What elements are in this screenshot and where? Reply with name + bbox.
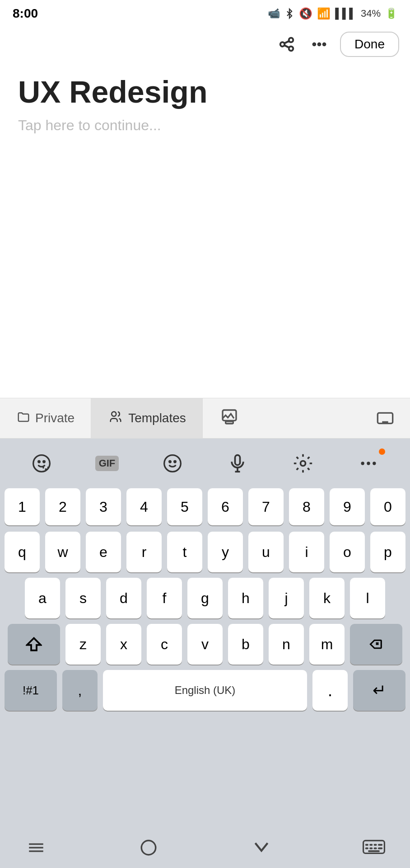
key-f[interactable]: f xyxy=(147,578,182,618)
key-k[interactable]: k xyxy=(309,578,345,618)
key-o[interactable]: o xyxy=(330,532,365,572)
key-z[interactable]: z xyxy=(65,624,101,665)
key-e[interactable]: e xyxy=(86,532,121,572)
key-2[interactable]: 2 xyxy=(45,488,80,525)
key-6[interactable]: 6 xyxy=(208,488,243,525)
key-h[interactable]: h xyxy=(228,578,263,618)
key-i[interactable]: i xyxy=(289,532,324,572)
key-c[interactable]: c xyxy=(147,624,182,665)
svg-point-10 xyxy=(164,455,181,472)
wifi-icon: 📶 xyxy=(317,7,331,20)
return-key[interactable]: ↵ xyxy=(353,670,405,711)
symbols-key[interactable]: !#1 xyxy=(5,670,57,711)
templates-icon xyxy=(107,410,124,427)
more-button[interactable] xyxy=(308,33,331,56)
status-icons: 📹 🔇 📶 ▌▌▌ 34% 🔋 xyxy=(268,7,397,20)
svg-rect-25 xyxy=(142,840,156,855)
tab-private-label: Private xyxy=(35,411,75,425)
key-u[interactable]: u xyxy=(248,532,284,572)
bluetooth-icon xyxy=(284,7,294,20)
key-p[interactable]: p xyxy=(370,532,405,572)
qwerty-row2: a s d f g h j k l xyxy=(0,578,410,618)
mute-icon: 🔇 xyxy=(299,7,312,20)
action-bar: Done xyxy=(0,27,410,61)
battery-icon: 🔋 xyxy=(385,8,397,19)
key-1[interactable]: 1 xyxy=(5,488,40,525)
key-8[interactable]: 8 xyxy=(289,488,324,525)
key-y[interactable]: y xyxy=(208,532,243,572)
key-m[interactable]: m xyxy=(309,624,345,665)
bottom-row: !#1 , English (UK) . ↵ xyxy=(0,670,410,711)
key-d[interactable]: d xyxy=(106,578,141,618)
bottom-nav xyxy=(0,827,410,868)
key-t[interactable]: t xyxy=(167,532,202,572)
key-s[interactable]: s xyxy=(65,578,101,618)
qwerty-row3: z x c v b n m xyxy=(0,624,410,665)
mic-button[interactable] xyxy=(217,446,258,481)
svg-point-1 xyxy=(318,43,321,46)
svg-rect-13 xyxy=(235,455,240,465)
key-9[interactable]: 9 xyxy=(330,488,365,525)
period-key[interactable]: . xyxy=(312,670,348,711)
key-w[interactable]: w xyxy=(45,532,80,572)
note-placeholder: Tap here to continue... xyxy=(18,117,392,134)
key-3[interactable]: 3 xyxy=(86,488,121,525)
back-button[interactable] xyxy=(18,830,54,866)
svg-point-11 xyxy=(169,461,171,463)
emoji-toolbar-row: GIF xyxy=(0,439,410,488)
keyboard: GIF xyxy=(0,439,410,868)
key-g[interactable]: g xyxy=(187,578,223,618)
key-r[interactable]: r xyxy=(126,532,162,572)
key-4[interactable]: 4 xyxy=(126,488,162,525)
gallery-button[interactable] xyxy=(203,398,256,438)
svg-point-2 xyxy=(323,43,326,46)
settings-button[interactable] xyxy=(283,446,323,481)
svg-point-12 xyxy=(174,461,176,463)
more-options-button[interactable] xyxy=(348,446,389,481)
key-5[interactable]: 5 xyxy=(167,488,202,525)
notification-dot xyxy=(379,448,385,455)
space-key[interactable]: English (UK) xyxy=(103,670,307,711)
tab-private[interactable]: Private xyxy=(0,398,91,438)
note-content[interactable]: UX Redesign Tap here to continue... xyxy=(0,61,410,147)
svg-point-9 xyxy=(43,461,45,463)
key-7[interactable]: 7 xyxy=(248,488,284,525)
svg-rect-5 xyxy=(225,421,233,424)
shift-key[interactable] xyxy=(8,624,60,665)
key-x[interactable]: x xyxy=(106,624,141,665)
toolbar-tabs: Private Templates xyxy=(0,398,360,438)
comma-key[interactable]: , xyxy=(62,670,98,711)
recent-button[interactable] xyxy=(243,830,280,866)
key-j[interactable]: j xyxy=(269,578,304,618)
video-icon: 📹 xyxy=(268,8,280,19)
svg-point-0 xyxy=(313,43,316,46)
key-b[interactable]: b xyxy=(228,624,263,665)
home-button[interactable] xyxy=(130,830,167,866)
sticker-button[interactable] xyxy=(21,446,62,481)
note-title: UX Redesign xyxy=(18,75,392,109)
qwerty-row1: q w e r t y u i o p xyxy=(0,532,410,572)
svg-point-8 xyxy=(38,461,40,463)
svg-point-7 xyxy=(33,455,50,472)
svg-point-17 xyxy=(361,462,364,465)
key-a[interactable]: a xyxy=(25,578,60,618)
key-q[interactable]: q xyxy=(5,532,40,572)
number-row: 1 2 3 4 5 6 7 8 9 0 xyxy=(0,488,410,525)
tab-templates[interactable]: Templates xyxy=(91,398,203,438)
done-button[interactable]: Done xyxy=(340,32,399,57)
tab-templates-label: Templates xyxy=(128,411,186,425)
share-button[interactable] xyxy=(275,33,298,56)
status-time: 8:00 xyxy=(13,6,38,21)
keyboard-hide-button[interactable] xyxy=(369,402,401,434)
key-v[interactable]: v xyxy=(187,624,223,665)
svg-point-18 xyxy=(367,462,370,465)
emoji-button[interactable] xyxy=(152,446,193,481)
backspace-key[interactable] xyxy=(350,624,402,665)
key-l[interactable]: l xyxy=(350,578,385,618)
key-n[interactable]: n xyxy=(269,624,304,665)
gif-button[interactable]: GIF xyxy=(87,446,127,481)
keyboard-nav-button[interactable] xyxy=(356,830,392,866)
key-0[interactable]: 0 xyxy=(370,488,405,525)
battery-text: 34% xyxy=(361,8,381,19)
toolbar: Private Templates xyxy=(0,398,410,439)
